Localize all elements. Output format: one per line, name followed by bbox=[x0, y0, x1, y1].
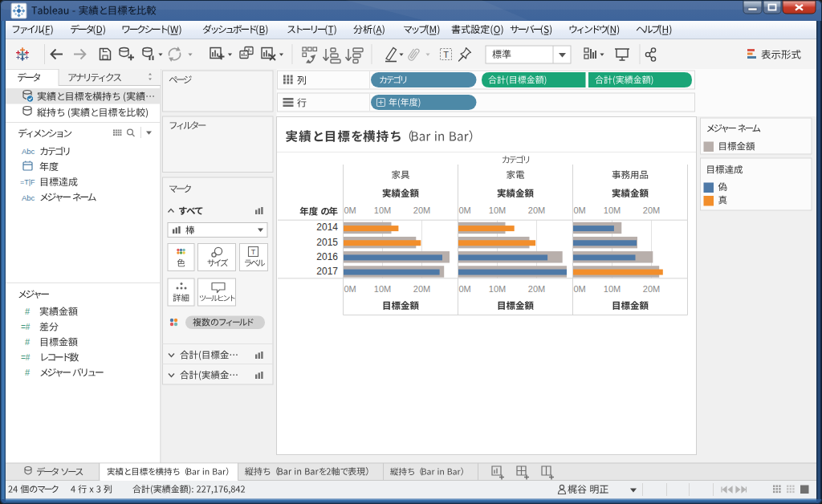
svg-text:10M: 10M bbox=[374, 205, 391, 215]
svg-text:2016: 2016 bbox=[316, 251, 338, 262]
svg-text:#: # bbox=[25, 337, 31, 347]
svg-text:10M: 10M bbox=[489, 205, 506, 215]
svg-text:=#: =# bbox=[21, 323, 31, 331]
svg-text:0M: 0M bbox=[344, 205, 356, 215]
svg-text:10M: 10M bbox=[374, 284, 391, 294]
svg-text:0M: 0M bbox=[344, 284, 356, 294]
svg-text:20M: 20M bbox=[413, 205, 430, 215]
svg-text:Abc: Abc bbox=[22, 147, 35, 156]
svg-text:2015: 2015 bbox=[316, 237, 338, 248]
svg-text:20M: 20M bbox=[643, 205, 660, 215]
svg-text:0M: 0M bbox=[574, 205, 586, 215]
svg-text:T: T bbox=[443, 50, 449, 59]
svg-text:2014: 2014 bbox=[316, 222, 338, 233]
svg-text:10M: 10M bbox=[489, 284, 506, 294]
svg-text:T: T bbox=[251, 248, 256, 256]
svg-text:10M: 10M bbox=[604, 284, 621, 294]
svg-text:20M: 20M bbox=[528, 205, 545, 215]
svg-text:20M: 20M bbox=[528, 284, 545, 294]
svg-text:#: # bbox=[25, 307, 31, 316]
svg-text:0M: 0M bbox=[459, 284, 471, 294]
svg-text:Abc: Abc bbox=[22, 193, 35, 202]
svg-text:20M: 20M bbox=[643, 284, 660, 294]
svg-text:2017: 2017 bbox=[316, 266, 338, 277]
svg-text:#: # bbox=[25, 368, 31, 377]
svg-text:=T|F: =T|F bbox=[20, 178, 35, 186]
svg-text:20M: 20M bbox=[413, 284, 430, 294]
svg-text:0M: 0M bbox=[574, 284, 586, 294]
svg-text:0M: 0M bbox=[459, 205, 471, 215]
svg-text:=#: =# bbox=[21, 353, 31, 362]
svg-text:10M: 10M bbox=[604, 205, 621, 215]
